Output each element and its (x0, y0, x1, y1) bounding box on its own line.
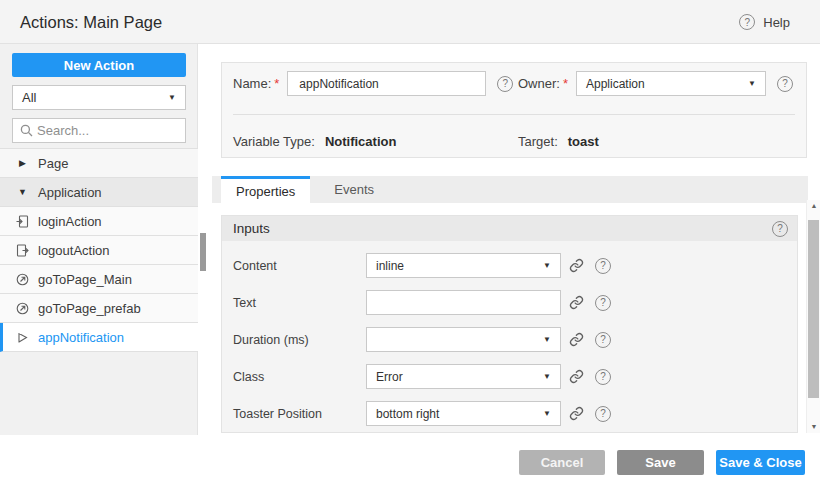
text-input[interactable] (366, 290, 561, 315)
tab-strip: Properties Events (212, 176, 808, 203)
help-icon[interactable]: ? (777, 76, 793, 92)
notification-icon (16, 331, 29, 344)
class-label: Class (233, 370, 366, 384)
field-row-duration: Duration (ms) ▼ ? (222, 327, 797, 352)
action-detail-pane: Name: * ? Owner: * Application ▼ ? Varia… (210, 44, 820, 435)
help-button[interactable]: ? Help (739, 0, 790, 44)
dialog-header: Actions: Main Page ? Help (0, 0, 820, 44)
required-marker: * (274, 76, 279, 91)
sidebar-item-login-action[interactable]: loginAction (0, 207, 198, 236)
help-icon[interactable]: ? (497, 76, 513, 92)
duration-select[interactable]: ▼ (366, 327, 561, 352)
toaster-position-value: bottom right (376, 407, 439, 421)
name-input[interactable] (287, 71, 486, 96)
chevron-down-icon: ▼ (16, 187, 29, 197)
properties-scrollbar-thumb[interactable] (808, 220, 819, 398)
required-marker: * (563, 76, 568, 91)
sidebar-item-page[interactable]: ▶ Page (0, 149, 198, 178)
chevron-down-icon: ▼ (543, 373, 551, 381)
tree-item-label: appNotification (38, 330, 124, 345)
filter-dropdown[interactable]: All ▼ (12, 85, 186, 110)
search-box (12, 118, 186, 143)
help-icon[interactable]: ? (595, 295, 611, 311)
target-group: Target: toast (518, 129, 599, 154)
toaster-position-label: Toaster Position (233, 407, 366, 421)
tree-item-label: goToPage_Main (38, 272, 132, 287)
tab-label: Events (334, 182, 374, 197)
owner-label: Owner: (518, 76, 560, 91)
tree-item-label: logoutAction (38, 243, 110, 258)
help-icon[interactable]: ? (595, 406, 611, 422)
link-icon[interactable] (569, 406, 584, 421)
login-icon (16, 215, 29, 228)
link-icon[interactable] (569, 332, 584, 347)
actions-dialog: Actions: Main Page ? Help New Action All… (0, 0, 820, 491)
field-row-class: Class Error ▼ ? (222, 364, 797, 389)
variable-type-label: Variable Type: (233, 134, 315, 149)
owner-select[interactable]: Application ▼ (576, 71, 766, 96)
name-label: Name: (233, 76, 271, 91)
tab-properties[interactable]: Properties (221, 176, 310, 203)
cancel-button[interactable]: Cancel (519, 450, 605, 475)
actions-sidebar: New Action All ▼ ▶ Page ▼ Application (0, 44, 198, 435)
divider (233, 114, 795, 115)
filter-value: All (22, 90, 36, 105)
action-summary-box: Name: * ? Owner: * Application ▼ ? Varia… (221, 62, 807, 158)
dialog-footer: Cancel Save Save & Close (0, 435, 820, 491)
tab-events[interactable]: Events (319, 176, 389, 203)
chevron-down-icon: ▼ (168, 94, 176, 102)
content-select[interactable]: inline ▼ (366, 253, 561, 278)
field-row-toaster-position: Toaster Position bottom right ▼ ? (222, 401, 797, 426)
help-icon: ? (739, 14, 755, 30)
sidebar-item-application[interactable]: ▼ Application (0, 178, 198, 207)
link-icon[interactable] (569, 369, 584, 384)
link-icon[interactable] (569, 258, 584, 273)
help-icon[interactable]: ? (595, 258, 611, 274)
chevron-down-icon: ▼ (543, 410, 551, 418)
field-row-content: Content inline ▼ ? (222, 253, 797, 278)
tab-label: Properties (236, 184, 295, 199)
chevron-down-icon: ▼ (748, 80, 756, 88)
sidebar-item-app-notification[interactable]: appNotification (0, 323, 198, 352)
search-input[interactable] (37, 119, 183, 142)
duration-label: Duration (ms) (233, 333, 366, 347)
search-icon (20, 124, 33, 137)
new-action-button[interactable]: New Action (12, 53, 186, 77)
save-and-close-button[interactable]: Save & Close (716, 450, 805, 475)
actions-tree: ▶ Page ▼ Application loginAction (0, 148, 198, 352)
help-icon[interactable]: ? (595, 332, 611, 348)
chevron-down-icon: ▼ (543, 262, 551, 270)
target-value: toast (568, 134, 599, 149)
scroll-down-icon[interactable]: ▼ (807, 421, 820, 433)
sidebar-item-gotopage-main[interactable]: goToPage_Main (0, 265, 198, 294)
help-icon[interactable]: ? (772, 221, 788, 237)
content-value: inline (376, 259, 404, 273)
scroll-up-icon[interactable]: ▲ (807, 200, 820, 212)
variable-type-value: Notification (325, 134, 397, 149)
help-label: Help (763, 15, 790, 30)
sidebar-scrollbar[interactable] (198, 44, 210, 435)
goto-page-icon (16, 302, 29, 315)
sidebar-scrollbar-thumb[interactable] (200, 233, 206, 271)
owner-field-group: Owner: * Application ▼ ? (518, 71, 793, 96)
field-row-text: Text ? (222, 290, 797, 315)
toaster-position-select[interactable]: bottom right ▼ (366, 401, 561, 426)
chevron-down-icon: ▼ (543, 336, 551, 344)
name-field-group: Name: * ? (233, 71, 513, 96)
link-icon[interactable] (569, 295, 584, 310)
logout-icon (16, 244, 29, 257)
help-icon[interactable]: ? (595, 369, 611, 385)
class-select[interactable]: Error ▼ (366, 364, 561, 389)
owner-value: Application (586, 77, 645, 91)
chevron-right-icon: ▶ (16, 158, 29, 168)
properties-scrollbar[interactable]: ▲ ▼ (806, 200, 820, 433)
class-value: Error (376, 370, 403, 384)
inputs-section-header: Inputs ? (222, 216, 797, 241)
tree-item-label: Application (38, 185, 102, 200)
sidebar-item-gotopage-prefab[interactable]: goToPage_prefab (0, 294, 198, 323)
sidebar-item-logout-action[interactable]: logoutAction (0, 236, 198, 265)
content-label: Content (233, 259, 366, 273)
target-label: Target: (518, 134, 558, 149)
goto-page-icon (16, 273, 29, 286)
save-button[interactable]: Save (617, 450, 704, 475)
